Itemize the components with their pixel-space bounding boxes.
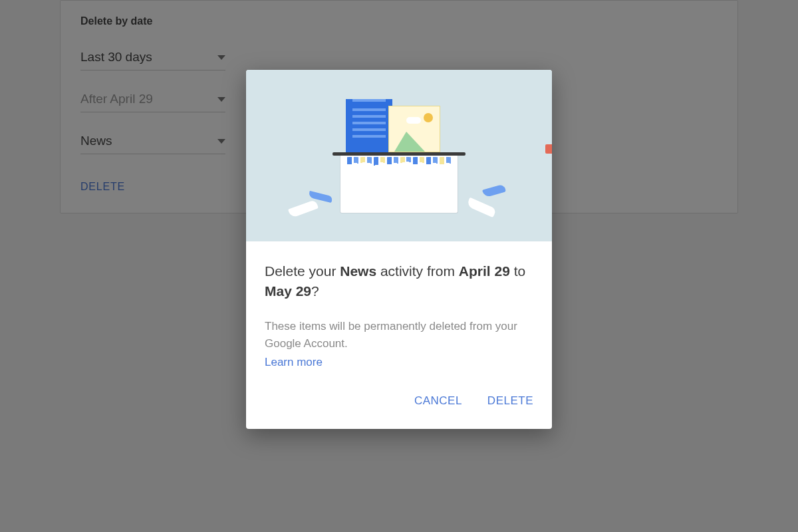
photo-icon <box>388 106 440 152</box>
paper-scrap-icon <box>288 200 319 218</box>
confirm-question-part: Delete your <box>265 263 340 279</box>
learn-more-link[interactable]: Learn more <box>265 356 323 368</box>
delete-button[interactable]: DELETE <box>486 392 535 410</box>
shredder-icon <box>332 152 466 213</box>
confirm-question-part: activity from <box>376 263 459 279</box>
document-icon <box>346 99 392 154</box>
confirm-question-from: April 29 <box>459 263 510 279</box>
shredder-button-icon <box>545 144 552 154</box>
confirm-question-product: News <box>340 263 376 279</box>
cancel-button[interactable]: CANCEL <box>413 392 464 410</box>
confirm-subtext: These items will be permanently deleted … <box>265 318 533 353</box>
confirm-question-part: ? <box>311 283 319 299</box>
confirm-question-part: to <box>510 263 525 279</box>
paper-scrap-icon <box>466 198 497 218</box>
paper-scrap-icon <box>482 184 506 198</box>
confirm-delete-dialog: Delete your News activity from April 29 … <box>246 70 552 429</box>
confirm-question-to: May 29 <box>265 283 311 299</box>
dialog-actions: CANCEL DELETE <box>246 376 552 429</box>
shredder-illustration <box>246 70 552 241</box>
confirm-question: Delete your News activity from April 29 … <box>265 261 533 302</box>
